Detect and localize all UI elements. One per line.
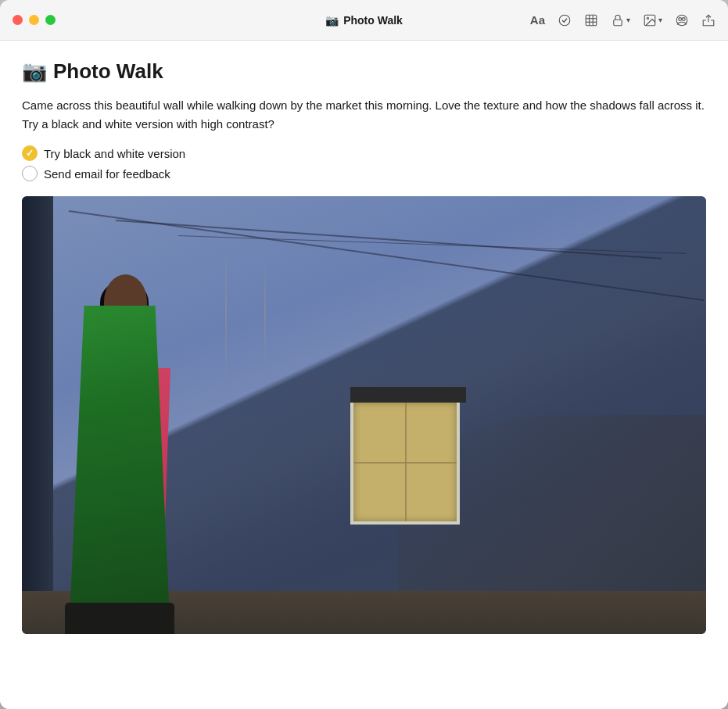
lock-button[interactable]: ▾ (611, 13, 630, 27)
wall-window-shade (350, 387, 466, 403)
check-done-icon[interactable] (22, 145, 38, 161)
note-image (22, 196, 706, 634)
maximize-button[interactable] (45, 15, 56, 25)
drip-1 (225, 243, 227, 384)
check-circle-icon (558, 13, 572, 27)
person-feet (65, 603, 174, 634)
svg-point-10 (679, 17, 682, 20)
titlebar: 📷 Photo Walk Aa (0, 0, 728, 41)
lock-icon (611, 13, 625, 27)
person-figure (53, 274, 225, 634)
note-content: 📷 Photo Walk Came across this beautiful … (0, 41, 728, 709)
share-icon (701, 13, 715, 27)
table-icon (584, 13, 598, 27)
collab-button[interactable] (675, 13, 689, 27)
titlebar-emoji: 📷 (325, 14, 339, 27)
note-title-row: 📷 Photo Walk (22, 59, 706, 84)
checklist-item-1-label: Try black and white version (44, 147, 185, 160)
note-title-emoji: 📷 (22, 59, 47, 84)
photo-container (22, 196, 706, 634)
minimize-button[interactable] (29, 15, 39, 25)
window-controls (13, 15, 56, 25)
close-button[interactable] (13, 15, 23, 25)
titlebar-actions: Aa (530, 13, 715, 27)
svg-point-0 (559, 15, 570, 26)
wall-left-strip (22, 196, 53, 634)
svg-point-11 (682, 17, 685, 20)
titlebar-text: Photo Walk (343, 14, 403, 27)
photo-icon (643, 13, 657, 27)
drip-2 (264, 259, 266, 368)
note-body-text: Came across this beautiful wall while wa… (22, 96, 706, 134)
checklist-button[interactable] (558, 13, 572, 27)
person-body (69, 306, 170, 634)
note-title: Photo Walk (53, 59, 163, 84)
svg-rect-6 (614, 20, 622, 26)
checklist-item-1[interactable]: Try black and white version (22, 143, 706, 163)
font-button[interactable]: Aa (530, 13, 545, 27)
titlebar-title: 📷 Photo Walk (325, 14, 403, 27)
photo-chevron-icon: ▾ (658, 16, 662, 24)
check-empty-icon[interactable] (22, 166, 38, 181)
table-button[interactable] (584, 13, 598, 27)
checklist-item-2[interactable]: Send email for feedback (22, 163, 706, 184)
svg-point-8 (647, 17, 648, 19)
lock-chevron-icon: ▾ (626, 16, 630, 24)
share-button[interactable] (701, 13, 715, 27)
collab-icon (675, 13, 689, 27)
svg-rect-1 (586, 15, 597, 26)
app-window: 📷 Photo Walk Aa (0, 0, 728, 709)
media-button[interactable]: ▾ (643, 13, 662, 27)
wall-window (350, 399, 460, 525)
checklist: Try black and white version Send email f… (22, 143, 706, 184)
checklist-item-2-label: Send email for feedback (44, 167, 170, 181)
